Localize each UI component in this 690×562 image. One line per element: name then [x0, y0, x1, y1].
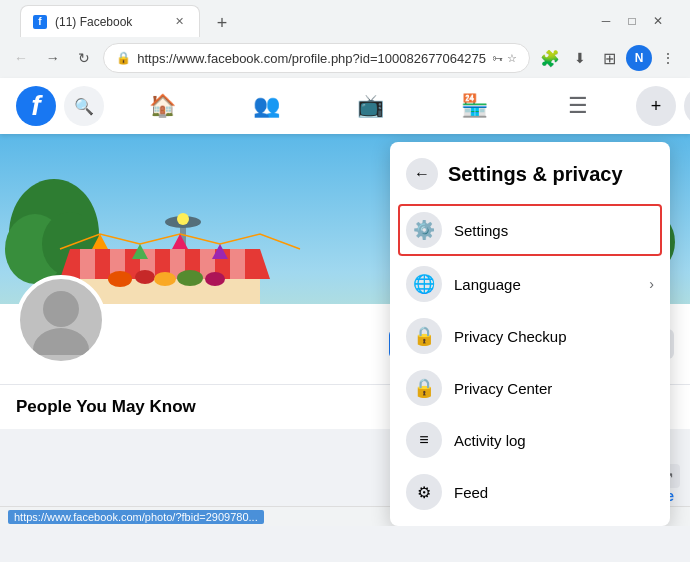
facebook-header-actions: + 💬 🔔 11: [636, 86, 690, 126]
activity-log-label: Activity log: [454, 432, 654, 449]
facebook-header: f 🔍 🏠 👥 📺 🏪 ☰ + 💬 🔔 11: [0, 78, 690, 134]
fb-logo-text: f: [31, 90, 40, 122]
dropdown-back-button[interactable]: ←: [406, 158, 438, 190]
watch-icon: 📺: [357, 93, 384, 119]
profile-photo-container: [16, 275, 106, 365]
dropdown-item-settings[interactable]: ⚙️ Settings: [398, 204, 662, 256]
minimize-button[interactable]: ─: [594, 9, 618, 33]
url-text: https://www.facebook.com/profile.php?id=…: [137, 51, 486, 66]
dropdown-item-privacy-checkup[interactable]: 🔒 Privacy Checkup: [390, 310, 670, 362]
plus-icon: +: [651, 96, 662, 117]
dropdown-item-privacy-center[interactable]: 🔒 Privacy Center: [390, 362, 670, 414]
friends-icon: 👥: [253, 93, 280, 119]
bookmark-icon[interactable]: ☆: [507, 52, 517, 65]
svg-point-42: [33, 328, 89, 355]
nav-marketplace[interactable]: 🏪: [424, 82, 524, 130]
settings-label: Settings: [454, 222, 654, 239]
svg-point-41: [43, 291, 79, 327]
refresh-button[interactable]: ↻: [72, 44, 98, 72]
url-action-icons: 🗝 ☆: [492, 52, 517, 65]
language-arrow-icon: ›: [649, 276, 654, 292]
svg-point-23: [108, 271, 132, 287]
browser-tab[interactable]: f (11) Facebook ✕: [20, 5, 200, 37]
lock-checkup-icon: 🔒: [413, 325, 435, 347]
settings-icon-container: ⚙️: [406, 212, 442, 248]
back-button[interactable]: ←: [8, 44, 34, 72]
lock-icon: 🔒: [116, 51, 131, 65]
window-title-bar: f (11) Facebook ✕ + ─ □ ✕: [0, 0, 690, 38]
privacy-center-icon-container: 🔒: [406, 370, 442, 406]
lock-center-icon: 🔒: [413, 377, 435, 399]
url-bar[interactable]: 🔒 https://www.facebook.com/profile.php?i…: [103, 43, 530, 73]
tab-close-button[interactable]: ✕: [171, 14, 187, 30]
home-icon: 🏠: [149, 93, 176, 119]
svg-point-27: [205, 272, 225, 286]
chrome-profile-button[interactable]: N: [626, 45, 652, 71]
new-tab-button[interactable]: +: [208, 9, 236, 37]
facebook-nav: 🏠 👥 📺 🏪 ☰: [112, 82, 628, 130]
dropdown-title: Settings & privacy: [448, 163, 623, 186]
gear-icon: ⚙️: [413, 219, 435, 241]
create-button[interactable]: +: [636, 86, 676, 126]
key-icon: 🗝: [492, 52, 503, 64]
marketplace-icon: 🏪: [461, 93, 488, 119]
profile-photo[interactable]: [16, 275, 106, 365]
nav-watch[interactable]: 📺: [320, 82, 420, 130]
globe-icon: 🌐: [413, 273, 435, 295]
nav-menu[interactable]: ☰: [528, 82, 628, 130]
dropdown-item-activity-log[interactable]: ≡ Activity log: [390, 414, 670, 466]
privacy-checkup-icon-container: 🔒: [406, 318, 442, 354]
close-button[interactable]: ✕: [646, 9, 670, 33]
svg-point-24: [135, 270, 155, 284]
svg-point-26: [177, 270, 203, 286]
download-button[interactable]: ⬇: [566, 44, 594, 72]
language-icon-container: 🌐: [406, 266, 442, 302]
feed-label: Feed: [454, 484, 654, 501]
dropdown-item-feed[interactable]: ⚙ Feed: [390, 466, 670, 518]
settings-privacy-dropdown: ← Settings & privacy ⚙️ Settings 🌐 Langu…: [390, 142, 670, 526]
dropdown-header: ← Settings & privacy: [390, 150, 670, 202]
menu-button[interactable]: ⋮: [654, 44, 682, 72]
privacy-checkup-label: Privacy Checkup: [454, 328, 654, 345]
svg-point-11: [177, 213, 189, 225]
nav-friends[interactable]: 👥: [216, 82, 316, 130]
profile-avatar-svg: [31, 285, 91, 355]
apps-button[interactable]: ⊞: [596, 44, 624, 72]
address-bar: ← → ↻ 🔒 https://www.facebook.com/profile…: [0, 38, 690, 78]
privacy-center-label: Privacy Center: [454, 380, 654, 397]
language-label: Language: [454, 276, 637, 293]
status-url-text: https://www.facebook.com/photo/?fbid=290…: [8, 510, 264, 524]
search-button[interactable]: 🔍: [64, 86, 104, 126]
menu-icon: ☰: [568, 93, 588, 119]
search-icon: 🔍: [74, 97, 94, 116]
list-icon: ≡: [419, 431, 428, 449]
svg-point-25: [154, 272, 176, 286]
dropdown-item-language[interactable]: 🌐 Language ›: [390, 258, 670, 310]
forward-button[interactable]: →: [40, 44, 66, 72]
feed-icon-container: ⚙: [406, 474, 442, 510]
restore-button[interactable]: □: [620, 9, 644, 33]
svg-rect-18: [230, 244, 245, 284]
people-title: People You May Know: [16, 397, 196, 416]
tab-favicon: f: [33, 15, 47, 29]
activity-log-icon-container: ≡: [406, 422, 442, 458]
facebook-logo[interactable]: f: [16, 86, 56, 126]
feed-icon: ⚙: [417, 483, 431, 502]
messenger-button[interactable]: 💬: [684, 86, 690, 126]
main-content: + Add to story ✏ Edit profile ∧ People Y…: [0, 134, 690, 526]
browser-actions: 🧩 ⬇ ⊞ N ⋮: [536, 44, 682, 72]
extensions-button[interactable]: 🧩: [536, 44, 564, 72]
nav-home[interactable]: 🏠: [112, 82, 212, 130]
tab-title: (11) Facebook: [55, 15, 163, 29]
